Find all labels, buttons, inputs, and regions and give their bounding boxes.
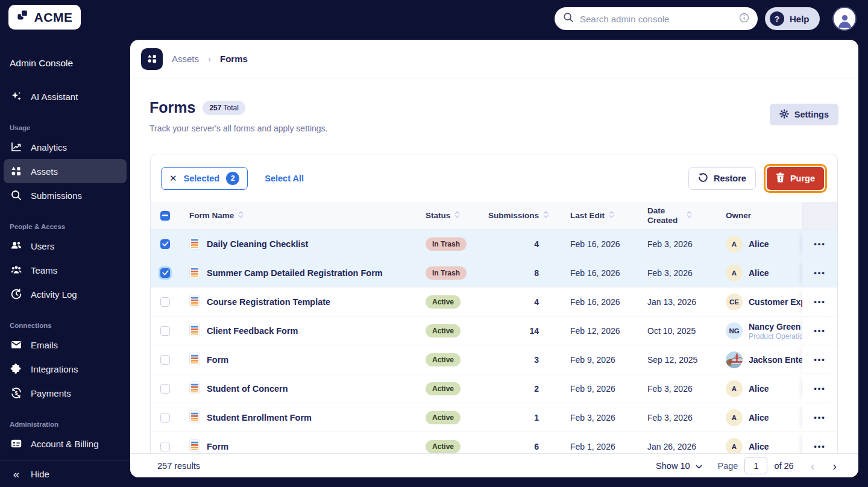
last-edit-date: Feb 9, 2026: [552, 384, 645, 394]
table-row[interactable]: FormActive6Feb 1, 2026Jan 26, 2026AAlice…: [151, 432, 837, 453]
column-label: Last Edit: [570, 211, 605, 220]
trash-icon: [776, 172, 785, 184]
row-checkbox[interactable]: [160, 268, 170, 278]
table-row[interactable]: Course Registration TemplateActive4Feb 1…: [151, 287, 837, 316]
last-edit-date: Feb 16, 2026: [552, 297, 645, 307]
row-checkbox[interactable]: [160, 442, 170, 451]
sidebar-item-label: Assets: [31, 166, 58, 177]
row-checkbox[interactable]: [160, 384, 170, 394]
column-label: Date Created: [647, 206, 682, 225]
table-row[interactable]: Daily Cleaning ChecklistIn Trash4Feb 16,…: [151, 230, 837, 259]
sidebar-item-label: Teams: [31, 265, 57, 275]
form-icon: [189, 382, 200, 396]
select-all-button[interactable]: Select All: [265, 174, 304, 183]
admin-search[interactable]: [555, 7, 758, 30]
column-header-form-name[interactable]: Form Name: [176, 210, 423, 221]
purge-button[interactable]: Purge: [767, 167, 824, 190]
sidebar-item-analytics[interactable]: Analytics: [4, 135, 127, 159]
search-icon: [10, 189, 23, 201]
sidebar-item-users[interactable]: Users: [4, 234, 127, 258]
submissions-count: 1: [489, 413, 552, 423]
row-actions-button[interactable]: •••: [814, 413, 826, 422]
owner-name: Alice: [749, 268, 769, 278]
selected-count-badge: 2: [226, 172, 239, 185]
owner-avatar: NG: [726, 322, 743, 339]
column-label: Submissions: [488, 211, 539, 220]
sort-icon: [238, 210, 244, 221]
row-actions-button[interactable]: •••: [814, 326, 826, 335]
sidebar-item-integrations[interactable]: Integrations: [4, 357, 127, 381]
row-checkbox[interactable]: [160, 413, 170, 423]
previous-page-button[interactable]: ‹: [810, 460, 816, 472]
sidebar-item-label: Activity Log: [31, 289, 77, 300]
table-row[interactable]: FormActive3Feb 9, 2026Sep 12, 2025Jackso…: [151, 345, 837, 374]
column-header-last-edit[interactable]: Last Edit: [552, 210, 645, 221]
row-checkbox[interactable]: [160, 355, 170, 365]
sidebar-item-ai-assistant[interactable]: AI Assistant: [4, 84, 127, 108]
sidebar-item-submissions[interactable]: Submissions: [4, 183, 127, 207]
row-checkbox[interactable]: [160, 239, 170, 249]
column-header-date-created[interactable]: Date Created: [645, 206, 722, 225]
sidebar-hide-button[interactable]: « Hide: [4, 460, 127, 487]
row-checkbox[interactable]: [160, 297, 170, 307]
sidebar-item-label: Emails: [31, 340, 58, 350]
search-icon: [563, 12, 574, 25]
row-checkbox[interactable]: [160, 326, 170, 336]
forms-table-panel: ✕ Selected 2 Select All Restore Purge: [150, 154, 838, 453]
row-actions-button[interactable]: •••: [814, 442, 826, 451]
column-label: Form Name: [189, 211, 234, 220]
sidebar-item-assets[interactable]: Assets: [4, 159, 127, 183]
select-all-checkbox[interactable]: [160, 211, 170, 221]
total-suffix: Total: [221, 104, 238, 112]
last-edit-date: Feb 1, 2026: [552, 442, 645, 451]
page-number-input[interactable]: [744, 457, 767, 474]
submissions-count: 2: [489, 384, 552, 394]
row-actions-button[interactable]: •••: [814, 239, 826, 248]
form-name: Form: [207, 442, 228, 451]
next-page-button[interactable]: ›: [831, 460, 838, 472]
golden-gate-bridge-avatar: [726, 351, 743, 368]
question-mark-icon: ?: [770, 11, 784, 26]
row-actions-button[interactable]: •••: [814, 384, 826, 393]
table-row[interactable]: Summer Camp Detailed Registration FormIn…: [151, 259, 837, 287]
restore-label: Restore: [714, 174, 746, 183]
last-edit-date: Feb 16, 2026: [552, 268, 645, 278]
sidebar-item-teams[interactable]: Teams: [4, 258, 127, 282]
user-avatar[interactable]: [834, 8, 855, 30]
column-header-status[interactable]: Status: [423, 210, 489, 221]
sidebar-section-label: People & Access: [10, 223, 121, 230]
search-input[interactable]: [580, 14, 733, 24]
column-header-submissions[interactable]: Submissions: [489, 210, 552, 221]
row-actions-button[interactable]: •••: [814, 355, 826, 364]
actions-column-header: [802, 202, 837, 229]
sidebar-item-activity-log[interactable]: Activity Log: [4, 282, 127, 306]
date-created: Feb 3, 2026: [645, 413, 722, 423]
sidebar-item-label: Submissions: [31, 190, 82, 201]
sidebar-item-emails[interactable]: Emails: [4, 333, 127, 357]
breadcrumb-assets-link[interactable]: Assets: [172, 54, 199, 64]
table-row[interactable]: Student of ConcernActive2Feb 9, 2026Feb …: [151, 374, 837, 403]
row-actions-button[interactable]: •••: [814, 268, 826, 277]
activity-icon: [10, 288, 23, 300]
page-size-select[interactable]: Show 10: [656, 461, 702, 471]
assets-grid-icon: [141, 48, 163, 70]
owner-name: Alice: [749, 442, 769, 451]
settings-button[interactable]: Settings: [770, 104, 838, 125]
sidebar-item-account-billing[interactable]: Account & Billing: [4, 432, 127, 456]
table-row[interactable]: Client Feedback FormActive14Feb 12, 2026…: [151, 316, 837, 345]
info-icon[interactable]: [739, 13, 749, 25]
form-name: Summer Camp Detailed Registration Form: [207, 268, 383, 278]
sidebar-item-label: AI Assistant: [31, 92, 78, 102]
breadcrumb-current: Forms: [220, 54, 248, 64]
form-name: Student of Concern: [207, 384, 288, 394]
last-edit-date: Feb 16, 2026: [552, 239, 645, 249]
date-created: Jan 26, 2026: [645, 442, 722, 451]
table-row[interactable]: Student Enrollment FormActive1Feb 3, 202…: [151, 403, 837, 432]
clear-selection-button[interactable]: ✕ Selected 2: [161, 167, 248, 190]
acme-logo[interactable]: ACME: [8, 5, 81, 30]
last-edit-date: Feb 9, 2026: [552, 355, 645, 365]
sidebar-item-payments[interactable]: $Payments: [4, 381, 127, 405]
row-actions-button[interactable]: •••: [814, 297, 826, 306]
help-button[interactable]: ? Help: [765, 7, 820, 30]
restore-button[interactable]: Restore: [688, 167, 756, 190]
